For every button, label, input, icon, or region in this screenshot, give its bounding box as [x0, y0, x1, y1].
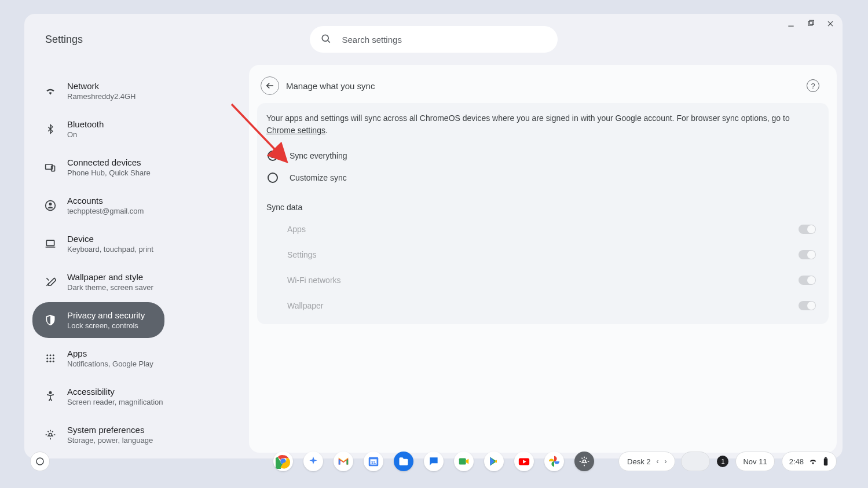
desc-suffix: .: [325, 126, 328, 135]
svg-rect-35: [824, 458, 827, 465]
gmail-icon[interactable]: [334, 452, 353, 471]
radio-sync-everything[interactable]: Sync everything: [266, 145, 819, 167]
sidebar-item-label: Accounts: [67, 196, 144, 206]
sidebar-item-label: Bluetooth: [67, 119, 104, 129]
svg-point-23: [49, 434, 52, 436]
sync-card: Your apps and settings will sync across …: [257, 103, 829, 324]
sidebar-item-sublabel: Screen reader, magnification: [67, 398, 163, 406]
settings-window: Settings Network Rameshreddy2.4GH: [24, 14, 843, 458]
toggle-switch[interactable]: [799, 276, 816, 285]
accessibility-icon: [44, 390, 57, 403]
sidebar-item-apps[interactable]: Apps Notifications, Google Play: [32, 340, 249, 376]
search-input[interactable]: [342, 35, 547, 45]
files-icon[interactable]: [394, 452, 413, 471]
wifi-status-icon: [808, 457, 818, 466]
sparkle-icon[interactable]: [303, 452, 323, 471]
sidebar-item-accessibility[interactable]: Accessibility Screen reader, magnificati…: [32, 379, 249, 414]
desk-switcher[interactable]: Desk 2 ‹ ›: [618, 452, 675, 471]
toggle-switch[interactable]: [799, 225, 816, 234]
sidebar-item-system-preferences[interactable]: System preferences Storage, power, langu…: [32, 417, 249, 453]
sidebar-item-sublabel: On: [67, 130, 104, 139]
sidebar-item-connected-devices[interactable]: Connected devices Phone Hub, Quick Share: [32, 149, 249, 185]
wifi-icon: [44, 85, 57, 97]
shelf-apps: 31: [273, 452, 594, 471]
toggle-switch[interactable]: [799, 250, 816, 259]
status-tray[interactable]: 2:48: [782, 452, 837, 471]
sidebar-item-bluetooth[interactable]: Bluetooth On: [32, 111, 249, 147]
devices-icon: [44, 161, 57, 174]
time-text: 2:48: [789, 457, 804, 466]
sidebar-item-label: Network: [67, 81, 136, 91]
shelf-status: 1 Nov 11 2:48: [681, 452, 837, 471]
sync-description: Your apps and settings will sync across …: [266, 112, 819, 145]
toggle-row-wifi: Wi-Fi networks: [266, 267, 819, 293]
sidebar-item-device[interactable]: Device Keyboard, touchpad, print: [32, 226, 249, 262]
meet-icon[interactable]: [454, 452, 474, 471]
notification-badge[interactable]: 1: [717, 456, 728, 467]
sidebar-item-sublabel: Notifications, Google Play: [67, 359, 153, 368]
svg-point-5: [322, 35, 328, 41]
chevron-left-icon[interactable]: ‹: [656, 457, 658, 465]
sidebar-item-label: Apps: [67, 348, 153, 358]
sidebar-item-accounts[interactable]: Accounts techpptest@gmail.com: [32, 188, 249, 223]
sidebar-item-sublabel: Rameshreddy2.4GH: [67, 92, 136, 101]
desc-text: Your apps and settings will sync across …: [266, 113, 790, 123]
launcher-button[interactable]: [30, 452, 50, 471]
toggle-label: Wi-Fi networks: [287, 276, 341, 285]
youtube-icon[interactable]: [514, 452, 534, 471]
svg-point-19: [46, 361, 48, 362]
sidebar-item-sublabel: Lock screen, controls: [67, 321, 145, 330]
sidebar-item-privacy-security[interactable]: Privacy and security Lock screen, contro…: [32, 302, 164, 338]
laptop-icon: [44, 237, 57, 250]
toggle-label: Wallpaper: [287, 301, 324, 310]
apps-grid-icon: [44, 352, 57, 365]
sidebar: Network Rameshreddy2.4GH Bluetooth On: [32, 65, 249, 453]
play-store-icon[interactable]: [484, 452, 504, 471]
ime-indicator[interactable]: [681, 452, 710, 471]
settings-app-icon[interactable]: [574, 452, 594, 471]
sidebar-item-label: Privacy and security: [67, 310, 145, 320]
svg-line-6: [327, 40, 329, 42]
help-icon[interactable]: ?: [807, 79, 819, 92]
sidebar-item-sublabel: Keyboard, touchpad, print: [67, 245, 153, 254]
photos-icon[interactable]: [544, 452, 564, 471]
calendar-icon[interactable]: 31: [364, 452, 383, 471]
radio-label: Customize sync: [290, 173, 347, 182]
battery-status-icon: [822, 457, 829, 466]
chevron-right-icon[interactable]: ›: [664, 457, 666, 465]
chrome-icon[interactable]: [273, 452, 293, 471]
main-panel: Manage what you sync ? Your apps and set…: [249, 65, 837, 453]
sidebar-item-label: Wallpaper and style: [67, 272, 153, 282]
back-button[interactable]: [261, 76, 279, 95]
toggle-label: Settings: [287, 250, 317, 259]
svg-point-21: [53, 361, 54, 362]
messages-icon[interactable]: [424, 452, 444, 471]
svg-point-15: [53, 354, 54, 356]
svg-point-13: [46, 354, 48, 356]
palette-icon: [44, 276, 57, 288]
sidebar-item-label: Device: [67, 234, 153, 244]
svg-point-18: [53, 358, 54, 359]
sidebar-item-sublabel: Phone Hub, Quick Share: [67, 168, 151, 177]
shield-icon: [44, 314, 57, 326]
sidebar-item-label: Connected devices: [67, 157, 151, 167]
search-field[interactable]: [310, 26, 558, 53]
sidebar-item-network[interactable]: Network Rameshreddy2.4GH: [32, 73, 249, 109]
date-pill[interactable]: Nov 11: [735, 452, 774, 471]
sidebar-item-sublabel: Storage, power, language: [67, 436, 153, 445]
svg-rect-32: [459, 458, 466, 465]
radio-customize-sync[interactable]: Customize sync: [266, 167, 819, 189]
sidebar-item-label: Accessibility: [67, 387, 163, 397]
section-title: Sync data: [266, 189, 819, 217]
desk-label: Desk 2: [627, 457, 650, 466]
date-text: Nov 11: [743, 457, 767, 466]
svg-text:31: 31: [371, 460, 375, 465]
gear-icon: [44, 428, 57, 441]
sidebar-item-sublabel: techpptest@gmail.com: [67, 207, 144, 215]
toggle-switch[interactable]: [799, 301, 816, 310]
svg-point-16: [46, 358, 48, 359]
sidebar-item-wallpaper-style[interactable]: Wallpaper and style Dark theme, screen s…: [32, 264, 249, 300]
chrome-settings-link[interactable]: Chrome settings: [266, 126, 325, 135]
panel-header: Manage what you sync ?: [257, 73, 829, 103]
toggle-label: Apps: [287, 225, 306, 234]
